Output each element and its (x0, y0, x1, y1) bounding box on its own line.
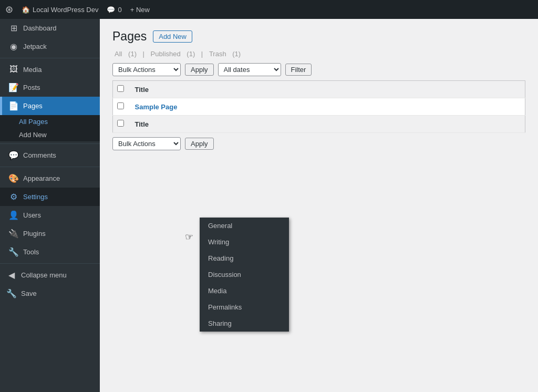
bulk-actions-top-select[interactable]: Bulk Actions (112, 63, 181, 76)
plugins-icon: 🔌 (8, 229, 19, 239)
page-title-area: Pages Add New (112, 29, 525, 44)
content-area: Pages Add New All (1) | Published (1) | … (100, 19, 538, 392)
sidebar-item-comments[interactable]: 💬 Comments (0, 146, 100, 164)
select-all-footer (113, 116, 129, 133)
comments-link[interactable]: 💬 0 (107, 6, 121, 14)
jetpack-icon: ◉ (8, 42, 19, 51)
settings-flyout-discussion[interactable]: Discussion (200, 266, 289, 283)
tablenav-top: Bulk Actions Apply All dates Filter (112, 63, 525, 76)
filter-links: All (1) | Published (1) | Trash (1) (112, 50, 525, 58)
bulk-actions-bottom-select[interactable]: Bulk Actions (112, 137, 181, 150)
pages-icon: 📄 (8, 101, 19, 111)
posts-icon: 📝 (8, 82, 19, 92)
table-row: Sample Page (113, 98, 525, 116)
settings-flyout-reading[interactable]: Reading (200, 250, 289, 266)
apply-top-button[interactable]: Apply (185, 64, 214, 76)
filter-button[interactable]: Filter (285, 64, 312, 76)
sidebar-item-add-new[interactable]: Add New (0, 128, 100, 141)
apply-bottom-button[interactable]: Apply (185, 138, 214, 150)
settings-icon: ⚙ (8, 192, 19, 202)
settings-flyout-general[interactable]: General (200, 218, 289, 234)
title-header: Title (129, 81, 525, 98)
sidebar: ⊞ Dashboard ◉ Jetpack 🖼 Media 📝 Posts 📄 … (0, 19, 100, 392)
collapse-menu-button[interactable]: ◀ Collapse menu (0, 266, 100, 284)
sidebar-item-media[interactable]: 🖼 Media (0, 60, 100, 78)
sidebar-item-settings[interactable]: ⚙ Settings (0, 188, 100, 206)
filter-all-link[interactable]: All (1) (112, 50, 141, 58)
sidebar-sep-4 (0, 263, 100, 264)
page-title: Pages (112, 29, 147, 44)
tools-icon: 🔧 (8, 247, 19, 257)
sidebar-sep-3 (0, 167, 100, 167)
house-icon: 🏠 (22, 6, 30, 14)
pages-table: Title Sample Page Titl (112, 80, 525, 133)
sidebar-item-users[interactable]: 👤 Users (0, 206, 100, 224)
save-icon: 🔧 (6, 288, 17, 298)
all-dates-select[interactable]: All dates (218, 63, 281, 76)
new-content-link[interactable]: + New (130, 6, 150, 14)
title-cell: Sample Page (129, 98, 525, 116)
wp-logo-icon[interactable]: ⊛ (5, 4, 13, 15)
tablenav-bottom: Bulk Actions Apply (112, 137, 525, 150)
sidebar-item-plugins[interactable]: 🔌 Plugins (0, 224, 100, 243)
row-checkbox-cell (113, 98, 129, 116)
settings-flyout-sharing[interactable]: Sharing (200, 315, 289, 332)
site-name[interactable]: 🏠 Local WordPress Dev (22, 6, 98, 14)
page-title-link[interactable]: Sample Page (135, 103, 178, 111)
pages-submenu: All Pages Add New (0, 115, 100, 141)
admin-bar: ⊛ 🏠 Local WordPress Dev 💬 0 + New (0, 0, 538, 19)
row-checkbox[interactable] (117, 102, 124, 109)
settings-flyout: General Writing Reading Discussion Media… (200, 218, 289, 332)
select-all-footer-checkbox[interactable] (117, 120, 124, 127)
comments-icon: 💬 (8, 150, 19, 160)
media-icon: 🖼 (8, 65, 19, 74)
sidebar-item-dashboard[interactable]: ⊞ Dashboard (0, 19, 100, 37)
users-icon: 👤 (8, 210, 19, 220)
filter-trash-link[interactable]: Trash (1) (207, 50, 243, 58)
appearance-icon: 🎨 (8, 173, 19, 183)
sidebar-item-jetpack[interactable]: ◉ Jetpack (0, 37, 100, 56)
title-footer: Title (129, 116, 525, 133)
sidebar-save-button[interactable]: 🔧 Save (0, 284, 100, 303)
main-wrap: ⊞ Dashboard ◉ Jetpack 🖼 Media 📝 Posts 📄 … (0, 19, 538, 392)
sidebar-item-all-pages[interactable]: All Pages (0, 115, 100, 128)
sidebar-sep-1 (0, 58, 100, 58)
add-new-button[interactable]: Add New (153, 30, 192, 43)
dashboard-icon: ⊞ (8, 23, 19, 33)
sidebar-item-tools[interactable]: 🔧 Tools (0, 243, 100, 261)
select-all-checkbox[interactable] (117, 85, 124, 92)
select-all-header (113, 81, 129, 98)
sidebar-item-appearance[interactable]: 🎨 Appearance (0, 169, 100, 188)
settings-flyout-media[interactable]: Media (200, 283, 289, 299)
comment-icon: 💬 (107, 6, 115, 14)
filter-published-link[interactable]: Published (1) (149, 50, 199, 58)
settings-flyout-permalinks[interactable]: Permalinks (200, 299, 289, 315)
settings-flyout-writing[interactable]: Writing (200, 234, 289, 250)
cursor-indicator: ☞ (185, 231, 193, 243)
collapse-icon: ◀ (6, 270, 17, 280)
sidebar-sep-2 (0, 143, 100, 144)
sidebar-item-pages[interactable]: 📄 Pages (0, 97, 100, 115)
sidebar-item-posts[interactable]: 📝 Posts (0, 78, 100, 97)
